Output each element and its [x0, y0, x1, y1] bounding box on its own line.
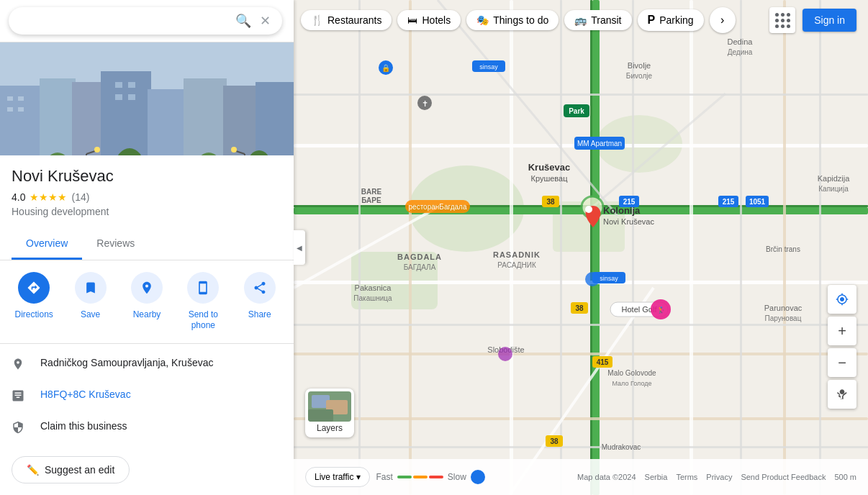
feedback-link[interactable]: Send Product Feedback	[741, 473, 826, 481]
directions-icon	[18, 272, 50, 304]
svg-rect-50	[294, 324, 868, 326]
address-row: Radničkog Samoupravljanja, Kruševac	[0, 350, 294, 381]
filter-parking[interactable]: P Parking	[638, 9, 704, 31]
suggest-edit-icon: ✏️	[27, 464, 39, 476]
hotels-icon: 🛏	[407, 14, 417, 26]
apps-menu-button[interactable]	[769, 7, 795, 33]
map-bottom-bar: Live traffic ▾ Fast Slow	[294, 459, 868, 495]
svg-text:MM Apartman: MM Apartman	[577, 140, 622, 147]
svg-rect-56	[819, 0, 821, 495]
search-icon[interactable]: 🔍	[235, 13, 251, 29]
close-icon[interactable]: ✕	[260, 13, 271, 29]
street-view-button[interactable]	[828, 380, 856, 409]
svg-text:sinsay: sinsay	[600, 275, 618, 282]
svg-text:BAGDALA: BAGDALA	[397, 253, 442, 261]
nearby-label: Nearby	[133, 309, 161, 321]
traffic-red	[429, 476, 443, 478]
location-button[interactable]	[828, 285, 856, 314]
share-label: Share	[248, 309, 271, 321]
privacy-link[interactable]: Privacy	[706, 473, 732, 481]
svg-rect-49	[294, 94, 868, 96]
svg-text:Мало Голоде: Мало Голоде	[612, 380, 652, 387]
svg-rect-51	[294, 446, 868, 448]
svg-rect-2	[40, 78, 76, 155]
svg-rect-125	[308, 409, 333, 422]
svg-text:Novi Kruševac: Novi Kruševac	[603, 217, 654, 226]
layers-label: Layers	[317, 423, 343, 435]
svg-rect-44	[294, 417, 868, 420]
send-to-phone-button[interactable]: Send tophone	[181, 272, 225, 332]
tab-reviews[interactable]: Reviews	[82, 229, 149, 260]
left-panel: Novi Kruševac 🔍 ✕	[0, 0, 294, 495]
filter-hotels[interactable]: 🛏 Hotels	[397, 10, 461, 30]
save-label: Save	[81, 309, 100, 321]
chevron-left-icon: ◀	[297, 244, 302, 252]
zoom-out-button[interactable]: −	[828, 348, 856, 377]
filter-parking-label: Parking	[659, 14, 693, 26]
layers-button[interactable]: Layers	[305, 389, 354, 437]
zoom-in-button[interactable]: +	[828, 317, 856, 345]
svg-text:РАСАДНИК: РАСАДНИК	[497, 261, 536, 269]
scale-label: 500 m	[834, 473, 856, 481]
svg-text:215: 215	[723, 198, 735, 206]
svg-rect-14	[128, 82, 135, 88]
svg-rect-55	[740, 0, 742, 495]
place-name: Novi Kruševac	[12, 167, 282, 186]
save-button[interactable]: Save	[69, 272, 112, 332]
svg-text:38: 38	[575, 304, 584, 312]
place-photo: © Google	[0, 42, 294, 155]
place-info: Novi Kruševac 4.0 ★★★★ (14) Housing deve…	[0, 155, 294, 229]
more-filters-button[interactable]: ›	[710, 7, 736, 33]
svg-text:Malo Golovode: Malo Golovode	[607, 369, 656, 377]
terms-link[interactable]: Terms	[676, 473, 697, 481]
bottom-links: Map data ©2024 Serbia Terms Privacy Send…	[577, 473, 856, 481]
send-to-phone-label: Send tophone	[189, 309, 218, 332]
suggest-edit-button[interactable]: ✏️ Suggest an edit	[12, 456, 130, 483]
filter-things-to-do[interactable]: 🎭 Things to do	[466, 10, 559, 30]
rating-number: 4.0	[12, 191, 25, 203]
search-input[interactable]: Novi Kruševac	[20, 14, 227, 27]
claim-icon	[12, 421, 29, 437]
svg-text:38: 38	[546, 198, 555, 206]
traffic-toggle[interactable]	[471, 470, 485, 484]
filter-transit[interactable]: 🚌 Transit	[564, 10, 631, 30]
svg-text:ресторанБагдала: ресторанБагдала	[409, 203, 467, 211]
svg-text:Паруновац: Паруновац	[765, 314, 802, 322]
svg-text:415: 415	[597, 358, 609, 366]
traffic-bar	[397, 476, 443, 478]
share-button[interactable]: Share	[238, 272, 281, 332]
svg-rect-4	[101, 71, 151, 155]
filter-restaurants-label: Restaurants	[327, 14, 381, 26]
map-area[interactable]: 38 215 215 1051 38 415 38	[294, 0, 868, 495]
traffic-orange	[413, 476, 428, 478]
svg-rect-1	[0, 86, 43, 155]
svg-point-25	[94, 147, 100, 153]
svg-text:Pakasnica: Pakasnica	[355, 283, 392, 292]
svg-text:🔒: 🔒	[381, 63, 391, 73]
place-type: Housing development	[12, 206, 282, 217]
collapse-panel-button[interactable]: ◀	[294, 230, 305, 265]
svg-text:Kolonija: Kolonija	[603, 205, 641, 216]
nearby-button[interactable]: Nearby	[125, 272, 168, 332]
directions-label: Directions	[15, 309, 53, 321]
map-data-label: Map data ©2024	[577, 473, 636, 481]
address-icon	[12, 358, 29, 374]
plus-code-text[interactable]: H8FQ+8C Kruševac	[40, 389, 282, 400]
svg-text:Биvoлjе: Биvoлjе	[626, 72, 653, 80]
svg-rect-16	[128, 94, 135, 100]
tab-overview[interactable]: Overview	[12, 229, 82, 260]
filter-restaurants[interactable]: 🍴 Restaurants	[301, 10, 392, 30]
serbia-link[interactable]: Serbia	[645, 473, 668, 481]
svg-rect-43	[294, 353, 868, 355]
apps-grid-icon	[775, 13, 790, 28]
filter-hotels-label: Hotels	[422, 14, 451, 26]
tabs-row: Overview Reviews	[0, 229, 294, 260]
svg-text:38: 38	[550, 437, 559, 445]
live-traffic-button[interactable]: Live traffic ▾	[305, 467, 370, 487]
directions-button[interactable]: Directions	[12, 272, 55, 332]
svg-text:Bivolje: Bivolje	[628, 61, 651, 70]
sign-in-button[interactable]: Sign in	[803, 9, 856, 32]
transit-icon: 🚌	[574, 14, 587, 26]
claim-text[interactable]: Claim this business	[40, 420, 282, 432]
svg-rect-7	[223, 86, 259, 155]
